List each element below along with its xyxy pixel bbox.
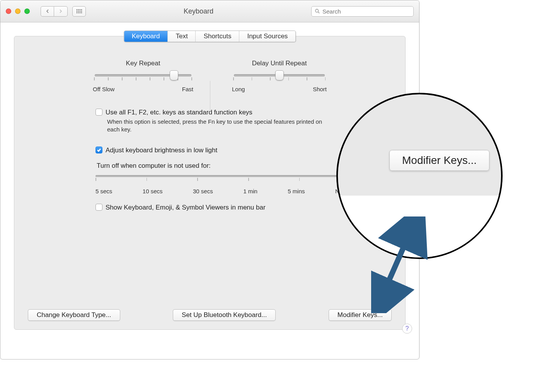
tab-input-sources[interactable]: Input Sources [239, 31, 295, 42]
options-section: Use all F1, F2, etc. keys as standard fu… [28, 108, 392, 212]
key-repeat-title: Key Repeat [93, 60, 193, 67]
svg-point-6 [79, 11, 80, 12]
tab-keyboard[interactable]: Keyboard [124, 31, 168, 42]
search-field-wrap[interactable] [311, 6, 414, 17]
vertical-divider [210, 81, 210, 112]
svg-point-3 [81, 9, 82, 10]
show-all-button[interactable] [72, 6, 86, 17]
show-viewers-label: Show Keyboard, Emoji, & Symbol Viewers i… [106, 203, 266, 212]
key-repeat-label-off: Off Slow [93, 86, 114, 92]
callout-modifier-keys-button: Modifier Keys... [389, 150, 489, 171]
svg-point-2 [79, 9, 80, 10]
tab-bar: Keyboard Text Shortcuts Input Sources [124, 31, 296, 42]
svg-point-7 [81, 11, 82, 12]
brightness-label: Adjust keyboard brightness in low light [106, 146, 217, 155]
help-button[interactable]: ? [402, 324, 412, 334]
forward-button[interactable] [54, 6, 68, 17]
nav-buttons [41, 6, 68, 17]
set-up-bluetooth-button[interactable]: Set Up Bluetooth Keyboard... [173, 309, 276, 321]
sliders-row: Key Repeat Off Slow Fast Delay Until Rep… [28, 60, 392, 92]
zoom-window-button[interactable] [24, 9, 30, 14]
delay-repeat-group: Delay Until Repeat Long Short [232, 60, 327, 92]
brightness-checkbox[interactable] [95, 147, 102, 153]
timeout-tick-2: 30 secs [193, 188, 213, 194]
timeout-tick-1: 10 secs [143, 188, 163, 194]
svg-point-4 [76, 11, 77, 12]
change-keyboard-type-button[interactable]: Change Keyboard Type... [28, 309, 120, 321]
window-title: Keyboard [90, 7, 307, 15]
callout-magnifier: Modifier Keys... [336, 93, 503, 259]
close-window-button[interactable] [6, 9, 11, 14]
show-viewers-row: Show Keyboard, Emoji, & Symbol Viewers i… [95, 203, 357, 212]
fn-keys-row: Use all F1, F2, etc. keys as standard fu… [95, 108, 357, 117]
svg-point-10 [79, 12, 80, 13]
brightness-row: Adjust keyboard brightness in low light [95, 146, 357, 155]
svg-point-9 [78, 12, 78, 13]
key-repeat-group: Key Repeat Off Slow Fast [93, 60, 193, 92]
svg-point-1 [78, 9, 78, 10]
back-button[interactable] [41, 6, 54, 17]
timeout-tick-3: 1 min [243, 188, 257, 194]
delay-repeat-label-short: Short [313, 86, 327, 92]
search-icon [315, 9, 320, 14]
toolbar: Keyboard [0, 0, 419, 22]
bottom-buttons: Change Keyboard Type... Set Up Bluetooth… [28, 309, 392, 321]
delay-repeat-thumb[interactable] [275, 70, 284, 80]
fn-keys-checkbox[interactable] [95, 109, 102, 116]
svg-point-5 [78, 11, 78, 12]
timeout-tick-4: 5 mins [288, 188, 305, 194]
window-controls [6, 9, 30, 14]
svg-point-0 [76, 9, 77, 10]
delay-repeat-slider[interactable] [234, 74, 325, 77]
delay-repeat-title: Delay Until Repeat [232, 60, 327, 67]
key-repeat-slider[interactable] [95, 74, 191, 77]
turnoff-label: Turn off when computer is not used for: [97, 162, 357, 170]
timeout-tick-0: 5 secs [95, 188, 112, 194]
delay-repeat-label-long: Long [232, 86, 245, 92]
search-input[interactable] [322, 8, 410, 15]
svg-point-11 [81, 12, 82, 13]
timeout-slider-group: 5 secs 10 secs 30 secs 1 min 5 mins Neve… [95, 175, 351, 194]
fn-keys-label: Use all F1, F2, etc. keys as standard fu… [106, 108, 252, 117]
minimize-window-button[interactable] [15, 9, 20, 14]
modifier-keys-button[interactable]: Modifier Keys... [329, 309, 392, 321]
svg-point-12 [315, 9, 319, 12]
key-repeat-label-fast: Fast [182, 86, 193, 92]
svg-line-13 [318, 12, 319, 13]
fn-keys-subtext: When this option is selected, press the … [107, 118, 324, 134]
svg-point-8 [76, 12, 77, 13]
timeout-slider[interactable] [95, 175, 351, 177]
key-repeat-thumb[interactable] [170, 70, 178, 80]
tab-text[interactable]: Text [168, 31, 196, 42]
tab-shortcuts[interactable]: Shortcuts [196, 31, 240, 42]
show-viewers-checkbox[interactable] [95, 204, 102, 211]
